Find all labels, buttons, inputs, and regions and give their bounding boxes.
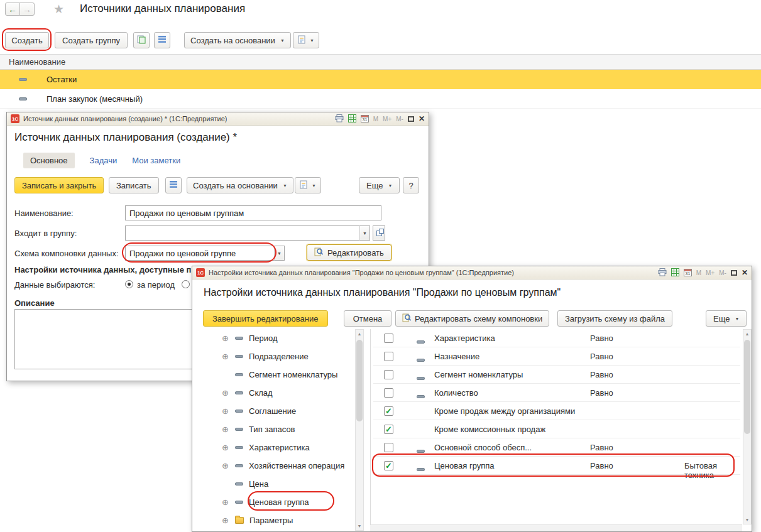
schema-dropdown-button[interactable]: ▼	[274, 246, 285, 261]
dialog-settings-titlebar[interactable]: 1С Настройки источника данных планирован…	[192, 266, 752, 280]
condition-checkbox[interactable]	[384, 388, 393, 398]
conditions-scrollbar[interactable]: ▲ ▼	[743, 329, 752, 524]
expand-icon[interactable]: ⊕	[221, 462, 229, 470]
dialog-create-titlebar[interactable]: 1С Источник данных планирования (создани…	[7, 112, 429, 126]
tab-tasks[interactable]: Задачи	[90, 156, 118, 165]
tree-item-label: Соглашение	[249, 406, 296, 416]
tree-item-agreement[interactable]: ⊕Соглашение	[221, 402, 296, 420]
tree-item-department[interactable]: ⊕Подразделение	[221, 347, 309, 366]
tab-bar: Основное Задачи Мои заметки	[23, 153, 180, 168]
radio-alt[interactable]	[182, 280, 190, 288]
expand-icon[interactable]: ⊕	[221, 443, 229, 452]
maximize-icon[interactable]	[731, 270, 737, 276]
table-icon[interactable]	[671, 268, 679, 278]
back-button[interactable]: ←	[5, 3, 20, 16]
condition-row-characteristic[interactable]: Характеристика Равно	[373, 329, 740, 347]
finish-editing-button[interactable]: Завершить редактирование	[203, 310, 328, 327]
tree-item-stock-type[interactable]: ⊕Тип запасов	[221, 420, 295, 438]
scroll-down-icon[interactable]: ▼	[743, 516, 751, 524]
actions-menu-button[interactable]: ▼	[295, 177, 321, 193]
tree-item-price-group[interactable]: ⊕Ценовая группа	[221, 493, 309, 511]
create-based-on-button[interactable]: Создать на основании ▼	[187, 177, 293, 193]
tab-notes[interactable]: Мои заметки	[132, 156, 180, 165]
condition-row-except-commission[interactable]: ✓ Кроме комиссионных продаж	[373, 420, 740, 438]
expand-icon[interactable]: ⊕	[221, 498, 229, 506]
list-settings-button[interactable]	[165, 177, 182, 193]
more-label: Еще	[713, 314, 730, 323]
calendar-icon[interactable]: 31	[684, 268, 692, 278]
load-schema-button[interactable]: Загрузить схему из файла	[557, 310, 672, 327]
create-based-on-label: Создать на основании	[193, 181, 278, 190]
expand-icon[interactable]: ⊕	[221, 425, 229, 433]
cancel-button[interactable]: Отмена	[344, 310, 391, 327]
list-settings-button[interactable]	[154, 32, 170, 48]
create-button[interactable]: Создать	[5, 32, 49, 48]
close-icon[interactable]: ✕	[419, 114, 425, 123]
condition-checkbox[interactable]: ✓	[384, 461, 393, 470]
group-field-label: Входит в группу:	[14, 229, 77, 238]
name-input[interactable]	[125, 205, 381, 220]
tree-scrollbar[interactable]: ▲ ▼	[355, 329, 364, 531]
create-group-button[interactable]: Создать группу	[55, 32, 128, 48]
condition-row-supply-method[interactable]: Основной способ обесп... Равно	[373, 438, 740, 457]
condition-checkbox[interactable]	[384, 334, 393, 343]
group-input[interactable]	[125, 225, 360, 241]
expand-icon[interactable]: ⊕	[221, 516, 229, 524]
favorite-star-icon[interactable]: ★	[53, 2, 64, 16]
condition-checkbox[interactable]	[384, 370, 393, 379]
more-button[interactable]: Еще ▼	[706, 310, 747, 327]
expand-icon[interactable]: ⊕	[221, 389, 229, 397]
condition-checkbox[interactable]: ✓	[384, 406, 393, 416]
save-button[interactable]: Записать	[109, 177, 159, 193]
schema-field-label: Схема компоновки данных:	[14, 249, 119, 258]
help-button[interactable]: ?	[403, 177, 419, 193]
actions-menu-button[interactable]: ▼	[293, 32, 319, 48]
scrollbar-thumb[interactable]	[744, 340, 750, 434]
tree-item-business-operation[interactable]: ⊕Хозяйственная операция	[221, 457, 344, 475]
tree-item-period[interactable]: ⊕Период	[221, 329, 278, 347]
group-dropdown-button[interactable]: ▼	[359, 225, 370, 241]
tab-main[interactable]: Основное	[23, 153, 75, 168]
tree-item-characteristic[interactable]: ⊕Характеристика	[221, 438, 310, 457]
create-based-on-button[interactable]: Создать на основании ▼	[184, 32, 291, 48]
expand-icon[interactable]: ⊕	[221, 334, 229, 342]
calendar-icon[interactable]: 31	[361, 114, 369, 124]
condition-row-purpose[interactable]: Назначение Равно	[373, 347, 740, 366]
tree-item-price[interactable]: Цена	[221, 475, 268, 493]
list-row[interactable]: План закупок (месячный)	[0, 89, 761, 109]
edit-schema-button[interactable]: Редактировать	[307, 244, 391, 261]
condition-row-segment[interactable]: Сегмент номенклатуры Равно	[373, 366, 740, 384]
scroll-down-icon[interactable]: ▼	[356, 522, 363, 530]
schema-input[interactable]	[125, 246, 275, 261]
condition-checkbox[interactable]	[384, 352, 393, 361]
condition-checkbox[interactable]	[384, 443, 393, 452]
tree-item-warehouse[interactable]: ⊕Склад	[221, 384, 273, 402]
condition-row-quantity[interactable]: Количество Равно	[373, 384, 740, 402]
condition-checkbox[interactable]: ✓	[384, 425, 393, 434]
tree-item-segment[interactable]: Сегмент номенклатуры	[221, 366, 337, 384]
window-title: Источник данных планирования (создание) …	[23, 115, 227, 122]
condition-row-except-interorg[interactable]: ✓ Кроме продаж между организациями	[373, 402, 740, 420]
print-icon[interactable]	[658, 268, 667, 278]
tree-item-parameters[interactable]: ⊕Параметры	[221, 511, 293, 529]
save-and-close-button[interactable]: Записать и закрыть	[14, 177, 104, 193]
horizontal-scrollbar[interactable]	[370, 524, 742, 531]
more-button[interactable]: Еще ▼	[359, 177, 400, 193]
scrollbar-thumb[interactable]	[356, 340, 363, 421]
list-row-selected[interactable]: Остатки	[0, 70, 761, 89]
condition-row-price-group[interactable]: ✓ Ценовая группа Равно Бытовая техника	[373, 457, 740, 475]
radio-period[interactable]	[125, 280, 133, 288]
print-icon[interactable]	[335, 114, 344, 124]
copy-button[interactable]	[133, 32, 150, 48]
close-icon[interactable]: ✕	[742, 268, 748, 277]
forward-button[interactable]: →	[19, 3, 35, 16]
table-icon[interactable]	[348, 114, 356, 124]
maximize-icon[interactable]	[408, 116, 414, 122]
scroll-up-icon[interactable]: ▲	[356, 330, 363, 338]
group-open-button[interactable]	[373, 225, 385, 241]
settings-section-label: Настройки источника данных, доступные пр…	[14, 265, 201, 274]
scroll-up-icon[interactable]: ▲	[743, 330, 751, 338]
edit-composition-schema-button[interactable]: Редактировать схему компоновки	[395, 310, 549, 327]
expand-icon[interactable]: ⊕	[221, 407, 229, 415]
expand-icon[interactable]: ⊕	[221, 352, 229, 361]
